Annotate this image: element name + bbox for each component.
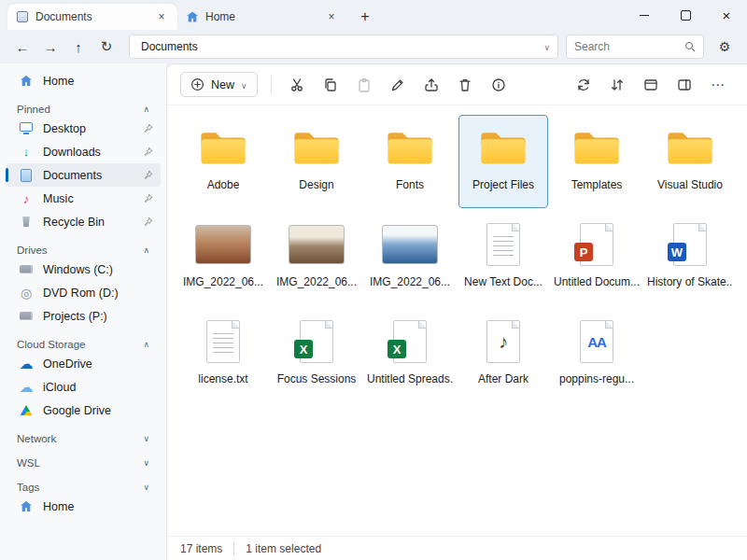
maximize-button[interactable] [665,0,706,30]
chevron-down-icon [241,78,247,91]
music-icon [19,191,34,206]
see-more-button[interactable] [702,70,734,100]
preview-pane-icon [677,77,692,92]
search-box[interactable] [566,35,704,59]
delete-button[interactable] [449,70,481,100]
folder-icon [197,126,249,169]
sort-icon [610,77,625,92]
settings-gear-icon[interactable] [712,34,738,60]
refresh-button[interactable] [93,34,120,60]
sidebar-item-music[interactable]: Music [6,187,161,210]
file-item-visual-studio[interactable]: Visual Studio [645,115,735,208]
back-button[interactable] [9,34,35,60]
pin-icon [143,123,153,133]
file-item-poppins-regu[interactable]: AApoppins-regu... [552,309,641,402]
new-button[interactable]: New [180,72,258,97]
trash-icon [458,77,472,92]
content-panel: New [166,63,747,560]
file-item-history-of-skate[interactable]: WHistory of Skate... [645,212,735,305]
cut-button[interactable] [281,70,313,100]
tab-documents[interactable]: Documents [7,4,177,30]
sidebar-section-drives[interactable]: Drives∧ [0,233,166,258]
sidebar-item-home[interactable]: Home [6,495,161,518]
sidebar-item-icloud[interactable]: iCloud [6,375,161,399]
sync-button[interactable] [568,70,599,100]
image-thumbnail [289,225,345,264]
address-bar[interactable]: Documents [129,35,558,59]
file-item-license-txt[interactable]: license.txt [178,309,268,402]
file-item-adobe[interactable]: Adobe [178,115,268,208]
file-item-new-text-doc[interactable]: New Text Doc... [458,212,548,305]
new-tab-button[interactable] [353,5,377,29]
file-item-project-files[interactable]: Project Files [458,115,548,208]
drive-icon [19,262,34,277]
sidebar-section-pinned[interactable]: Pinned∧ [0,92,166,117]
rename-button[interactable] [382,70,414,100]
home-icon [19,499,34,514]
window-controls [624,0,747,30]
share-button[interactable] [416,70,447,100]
file-item-untitled-docum[interactable]: PUntitled Docum... [552,212,641,305]
properties-button[interactable] [483,70,514,100]
sidebar-item-windows-c[interactable]: Windows (C:) [6,258,161,281]
file-item-img-2022-06[interactable]: IMG_2022_06... [178,212,268,305]
sidebar-item-onedrive[interactable]: OneDrive [6,352,161,375]
tab-home[interactable]: Home [177,4,347,30]
sidebar-item-documents[interactable]: Documents [6,163,161,187]
up-button[interactable] [65,34,92,60]
preview-pane-button[interactable] [669,70,700,100]
file-label: IMG_2022_06... [370,275,450,288]
close-button[interactable] [706,0,747,30]
view-button[interactable] [635,70,667,100]
forward-button[interactable] [37,34,63,60]
file-item-after-dark[interactable]: ♪After Dark [458,309,548,402]
file-label: Templates [571,178,623,191]
sidebar-item-home[interactable]: Home [6,69,161,92]
sidebar-item-label: Documents [43,169,134,182]
file-label: Project Files [472,178,534,191]
file-icon [195,218,251,271]
sidebar-item-dvd-rom-d[interactable]: DVD Rom (D:) [6,281,161,304]
sidebar-item-downloads[interactable]: Downloads [6,140,161,163]
minimize-button[interactable] [624,0,665,30]
search-input[interactable] [574,40,679,53]
documents-icon [19,168,34,183]
file-item-fonts[interactable]: Fonts [365,115,455,208]
sidebar-section-network[interactable]: Network∨ [0,422,166,446]
paste-button[interactable] [348,70,380,100]
sidebar-section-cloud-storage[interactable]: Cloud Storage∧ [0,328,166,352]
powerpoint-icon: P [580,223,613,266]
chevron-down-icon[interactable] [543,40,550,53]
sidebar-item-recycle-bin[interactable]: Recycle Bin [6,210,161,233]
sidebar-section-tags[interactable]: Tags∨ [0,470,166,495]
tab-label: Home [205,10,316,23]
file-item-templates[interactable]: Templates [552,115,641,208]
plus-circle-icon [190,77,204,91]
file-item-img-2022-06[interactable]: IMG_2022_06... [365,212,455,305]
folder-icon [477,126,529,169]
tab-close-icon[interactable] [323,8,340,25]
file-item-img-2022-06[interactable]: IMG_2022_06... [272,212,361,305]
tab-close-icon[interactable] [153,8,170,25]
gdrive-icon [19,403,34,418]
file-item-untitled-spreads[interactable]: XUntitled Spreads... [365,309,455,402]
file-item-design[interactable]: Design [272,115,361,208]
sidebar-item-desktop[interactable]: Desktop [6,117,161,140]
sidebar-item-label: Music [43,192,134,205]
file-item-focus-sessions[interactable]: XFocus Sessions [272,309,361,402]
file-icon: W [673,218,707,271]
font-file-icon: AA [580,320,613,363]
copy-button[interactable] [315,70,346,100]
image-thumbnail [382,225,438,264]
sidebar-item-label: Projects (P:) [43,310,153,323]
sort-button[interactable] [601,70,633,100]
sidebar-item-google-drive[interactable]: Google Drive [6,399,161,422]
sidebar-item-label: OneDrive [43,357,153,371]
rename-icon [390,77,405,92]
command-bar: New [167,64,747,105]
section-label: Drives [17,245,48,256]
sidebar-item-projects-p[interactable]: Projects (P:) [6,304,161,328]
pin-icon [143,193,153,203]
sidebar-section-wsl[interactable]: WSL∨ [0,446,166,470]
sidebar-item-label: Google Drive [43,404,153,417]
